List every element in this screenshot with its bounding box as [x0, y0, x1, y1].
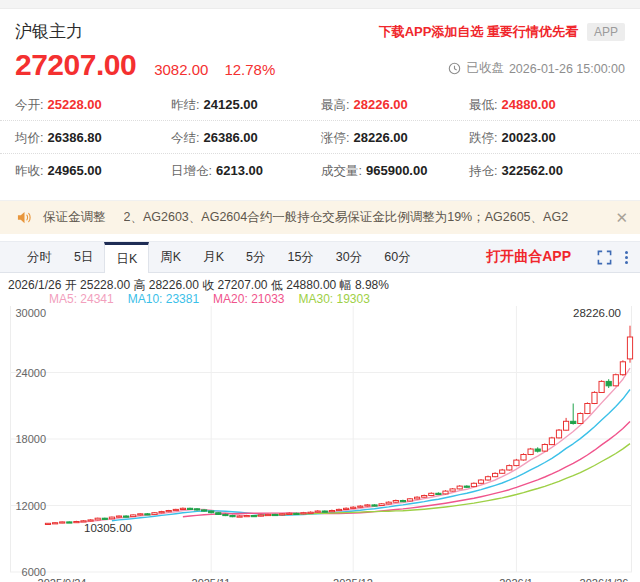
ma30-line	[254, 444, 630, 516]
candle-body	[542, 445, 547, 452]
quote-row: 27207.00 3082.00 12.78% 已收盘 2026-01-26 1…	[0, 43, 640, 85]
candle-body	[159, 512, 164, 513]
x-axis-label: 2025/12	[333, 577, 373, 582]
stat-value: 28226.00	[353, 97, 407, 112]
stats-row: 今开:25228.00昨结:24125.00最高:28226.00最低:2488…	[0, 88, 640, 121]
candle-body	[450, 489, 455, 491]
candle-body	[365, 505, 370, 506]
stat-label: 持仓:	[469, 164, 497, 178]
stat-cell: 跌停:20023.00	[469, 128, 640, 147]
candle-body	[464, 486, 469, 487]
candle-body	[436, 493, 441, 494]
candle-body	[173, 509, 178, 510]
candle-body	[166, 511, 171, 512]
stat-label: 今结:	[171, 131, 199, 145]
candle-body	[109, 517, 114, 519]
candle-body	[528, 449, 533, 455]
x-axis-label: 2025/11	[192, 577, 231, 582]
candle-body	[187, 508, 192, 509]
stat-cell: 昨收:24965.00	[15, 161, 171, 180]
candle-body	[138, 514, 143, 515]
more-options-icon[interactable]	[625, 251, 628, 264]
stat-value: 26386.80	[47, 130, 101, 145]
candle-body	[578, 414, 583, 424]
candle-body	[301, 513, 306, 514]
tab-15分[interactable]: 15分	[276, 242, 324, 272]
tab-5日[interactable]: 5日	[63, 242, 104, 272]
stat-value: 25228.00	[47, 97, 101, 112]
fullscreen-icon[interactable]	[597, 250, 612, 265]
download-app-link[interactable]: 下载APP添加自选 重要行情优先看	[379, 23, 578, 41]
candlestick-chart[interactable]: 60001200018000240003000028226.0010305.00…	[0, 304, 640, 582]
candle-body	[351, 507, 356, 508]
tab-周K[interactable]: 周K	[149, 242, 192, 272]
clock-icon	[448, 62, 461, 75]
candle-body	[60, 522, 65, 523]
stat-cell: 最高:28226.00	[321, 95, 469, 114]
notice-bar[interactable]: 保证金调整 2、AG2603、AG2604合约一般持仓交易保证金比例调整为19%…	[0, 200, 640, 234]
candle-body	[571, 421, 576, 423]
candle-body	[535, 449, 540, 451]
candle-body	[500, 470, 505, 473]
chart-section: 2026/1/26 开 25228.00 高 28226.00 收 27207.…	[0, 273, 640, 582]
last-price: 27207.00	[15, 48, 136, 82]
candle-body	[124, 516, 129, 517]
tab-分时[interactable]: 分时	[16, 242, 63, 272]
stat-cell: 今开:25228.00	[15, 95, 171, 114]
candle-body	[102, 518, 107, 519]
candle-body	[273, 514, 278, 515]
stat-cell: 成交量:965900.00	[321, 161, 469, 180]
stat-label: 成交量:	[321, 164, 362, 178]
tab-30分[interactable]: 30分	[325, 242, 373, 272]
candle-body	[478, 480, 483, 483]
candle-body	[180, 508, 185, 509]
stat-label: 最高:	[321, 98, 349, 112]
period-tabs: 分时5日日K周K月K5分15分30分60分	[16, 242, 422, 272]
candle-body	[556, 430, 561, 438]
page-title: 沪银主力	[15, 20, 379, 43]
tab-60分[interactable]: 60分	[373, 242, 421, 272]
candle-body	[627, 337, 632, 359]
period-tabbar: 分时5日日K周K月K5分15分30分60分 打开曲合APP	[0, 241, 640, 273]
y-axis-label: 24000	[15, 367, 46, 379]
candle-body	[145, 514, 150, 515]
tab-5分[interactable]: 5分	[235, 242, 276, 272]
toolbar-icons	[597, 242, 628, 272]
tab-日K[interactable]: 日K	[104, 242, 149, 273]
stat-value: 20023.00	[501, 130, 555, 145]
stat-label: 昨收:	[15, 164, 43, 178]
candle-body	[358, 506, 363, 507]
stat-cell: 今结:26386.00	[171, 128, 321, 147]
speaker-icon	[16, 210, 33, 225]
candle-body	[280, 514, 285, 515]
candle-body	[549, 438, 554, 445]
stat-label: 涨停:	[321, 131, 349, 145]
stat-label: 日增仓:	[171, 164, 212, 178]
stat-label: 今开:	[15, 98, 43, 112]
open-app-button[interactable]: 打开曲合APP	[486, 248, 571, 266]
y-axis-label: 30000	[15, 307, 46, 319]
x-axis-label: 2026/1/26	[580, 577, 629, 582]
candle-body	[393, 501, 398, 503]
price-annotation: 10305.00	[84, 522, 132, 534]
stat-value: 24125.00	[203, 97, 257, 112]
candle-body	[53, 523, 58, 524]
tab-月K[interactable]: 月K	[192, 242, 235, 272]
candle-body	[471, 483, 476, 486]
stat-value: 24965.00	[47, 163, 101, 178]
candle-body	[521, 455, 526, 461]
candle-body	[379, 504, 384, 506]
close-icon[interactable]: ✕	[615, 209, 628, 227]
stat-label: 最低:	[469, 98, 497, 112]
stat-value: 24880.00	[501, 97, 555, 112]
candle-body	[599, 381, 604, 392]
candle-body	[45, 523, 50, 524]
candle-body	[294, 513, 299, 514]
candle-body	[216, 513, 221, 515]
candle-body	[116, 516, 121, 517]
candle-body	[223, 514, 228, 515]
x-axis-label: 2025/9/24	[38, 577, 87, 582]
app-badge[interactable]: APP	[587, 23, 625, 41]
stat-label: 跌停:	[469, 131, 497, 145]
candle-body	[251, 516, 256, 517]
